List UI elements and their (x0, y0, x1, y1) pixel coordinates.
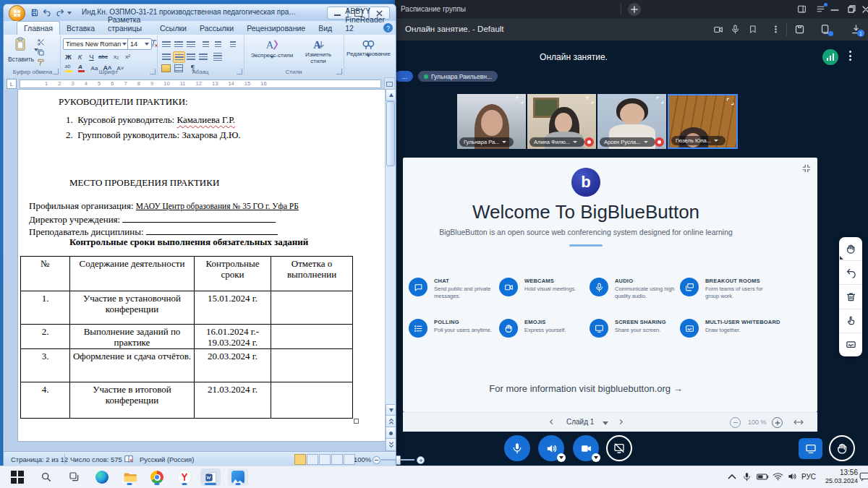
change-styles-button[interactable]: A Изменить стили (297, 38, 339, 65)
yandex-browser-button[interactable] (174, 468, 195, 486)
view-mode-buttons[interactable] (294, 454, 355, 465)
zoom-in-button[interactable] (417, 456, 425, 464)
fit-width-icon[interactable] (793, 419, 804, 426)
font-name-combo[interactable]: Times New Roman (63, 38, 129, 50)
next-slide-icon[interactable] (617, 418, 625, 426)
fullscreen-icon[interactable] (586, 96, 594, 104)
zoom-slider-thumb[interactable] (396, 455, 401, 465)
table-resize-handle[interactable] (354, 419, 359, 424)
webcam-tile-selected[interactable]: Гюзель Юпа... (668, 94, 738, 149)
edge-button[interactable] (92, 468, 112, 486)
scrollbar-thumb[interactable] (386, 101, 395, 166)
whiteboard-clear-button[interactable] (839, 285, 862, 309)
browser-tab[interactable]: Расписание группы (401, 5, 466, 13)
multilevel-list-button[interactable] (185, 39, 196, 49)
more-options-icon[interactable] (771, 25, 780, 34)
mic-permission-icon[interactable] (731, 25, 740, 34)
language-switcher[interactable]: РУС (801, 473, 816, 481)
webcam-tile[interactable]: Гульнара Ра... (457, 94, 526, 149)
spellcheck-status-icon[interactable] (124, 454, 134, 464)
page-indicator[interactable]: Страница: 2 из 12 (11, 455, 68, 463)
tray-battery-icon[interactable] (757, 473, 769, 481)
cut-icon[interactable] (37, 38, 45, 46)
whiteboard-undo-button[interactable] (839, 261, 862, 285)
fullscreen-icon[interactable] (516, 96, 524, 104)
tab-review[interactable]: Рецензирование (240, 22, 312, 35)
webcam-name-pill[interactable]: Гюзель Юпа... (671, 136, 726, 145)
screenshare-button[interactable] (606, 435, 632, 461)
copy-icon[interactable] (37, 48, 45, 56)
dialog-launcher[interactable] (336, 69, 342, 74)
task-view-button[interactable] (64, 468, 85, 486)
subscript-button[interactable]: x₂ (111, 51, 122, 61)
palm-rejection-button[interactable] (839, 333, 862, 356)
decrease-indent-button[interactable] (200, 39, 211, 49)
minimize-presentation-icon[interactable] (801, 163, 812, 174)
redo-button[interactable] (54, 7, 66, 18)
fullscreen-icon[interactable] (656, 96, 664, 104)
tray-chevron-icon[interactable] (728, 474, 736, 479)
align-left-button[interactable] (161, 51, 171, 61)
help-button[interactable]: ? (383, 23, 393, 33)
dialog-launcher[interactable] (237, 69, 242, 74)
document-area[interactable]: РУКОВОДИТЕЛИ ПРАКТИКИ: 1. Курсовой руков… (4, 89, 395, 452)
multi-user-whiteboard-button[interactable] (839, 309, 862, 333)
bookmark-icon[interactable] (749, 25, 757, 34)
collections-icon[interactable] (820, 24, 831, 35)
slide-number-label[interactable]: Слайд 1 (566, 418, 594, 426)
bold-button[interactable]: Ж (63, 51, 74, 61)
underline-button[interactable]: Ч (86, 51, 97, 61)
tab-mailings[interactable]: Рассылки (193, 22, 240, 35)
quick-styles-button[interactable]: A Экспресс-стили (250, 38, 294, 72)
audio-options-chevron[interactable] (557, 453, 566, 462)
sidebar-toggle-icon[interactable] (797, 4, 807, 14)
extension-icon[interactable] (794, 24, 805, 35)
undo-button[interactable] (41, 7, 53, 18)
office-button[interactable] (9, 5, 25, 22)
whiteboard-tool-hand[interactable] (839, 237, 862, 261)
clock[interactable]: 13:56 25.03.2024 (820, 468, 858, 486)
language-indicator[interactable]: Русский (Россия) (140, 455, 194, 463)
webcam-tile[interactable]: Арсен Русла... (597, 94, 666, 149)
webcam-name-pill[interactable]: Алина Филю... (529, 137, 584, 147)
tray-volume-icon[interactable] (787, 471, 797, 481)
tray-wifi-icon[interactable] (773, 472, 783, 481)
justify-button[interactable] (197, 51, 208, 61)
zoom-out-icon[interactable] (730, 417, 741, 428)
camera-permission-icon[interactable] (713, 25, 723, 35)
slide-footer-link[interactable]: For more information visit bigbluebutton… (403, 383, 769, 394)
document-page[interactable]: РУКОВОДИТЕЛИ ПРАКТИКИ: 1. Курсовой руков… (17, 89, 388, 442)
horizontal-ruler[interactable]: L 1 2 3 4 5 6 7 8 9 10 11 12 13 14 15 16 (4, 77, 386, 89)
zoom-in-icon[interactable] (772, 417, 783, 428)
browser-minimize-button[interactable] (830, 4, 840, 14)
options-menu-icon[interactable] (849, 51, 851, 61)
zoom-out-button[interactable] (373, 456, 380, 464)
word-count[interactable]: Число слов: 575 (70, 455, 122, 463)
tab-selector[interactable]: L (7, 79, 17, 89)
audio-settings-button[interactable] (538, 435, 564, 461)
sort-button[interactable] (227, 39, 238, 49)
dialog-launcher[interactable] (150, 69, 156, 74)
tab-references[interactable]: Ссылки (153, 22, 193, 35)
format-painter-icon[interactable] (37, 59, 45, 67)
fullscreen-icon[interactable] (726, 98, 734, 106)
tab-home[interactable]: Главная (17, 21, 60, 35)
increase-indent-button[interactable] (213, 39, 224, 49)
align-right-button[interactable] (185, 51, 196, 61)
chrome-button[interactable] (147, 468, 167, 486)
next-page-button[interactable] (386, 438, 395, 451)
word-title-bar[interactable]: Инд.Кн. ОЗПМО-31-21 производственная пед… (4, 4, 396, 21)
webcam-name-pill[interactable]: Арсен Русла... (600, 137, 655, 147)
file-explorer-button[interactable] (119, 468, 140, 486)
dialog-launcher[interactable] (53, 69, 59, 74)
search-button[interactable] (36, 468, 56, 486)
superscript-button[interactable]: x² (122, 51, 133, 61)
save-button[interactable] (28, 7, 40, 18)
paste-button[interactable]: Вставить (8, 37, 33, 66)
mute-button[interactable] (504, 435, 530, 461)
raise-hand-button[interactable] (829, 435, 855, 461)
notification-center-icon[interactable] (859, 472, 868, 481)
browser-close-button[interactable] (861, 4, 868, 14)
webcam-name-pill[interactable]: Гульнара Ра... (459, 137, 514, 147)
new-tab-button[interactable] (628, 3, 641, 16)
